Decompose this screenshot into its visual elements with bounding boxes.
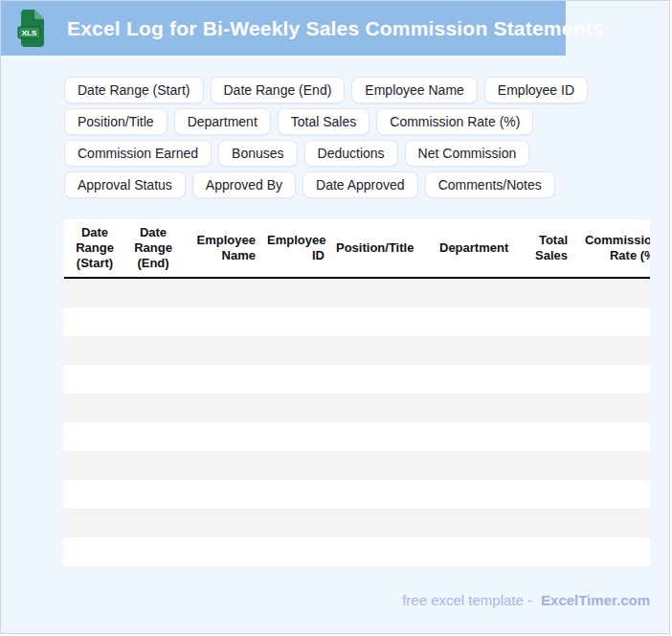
chip-approved-by[interactable]: Approved By (192, 171, 296, 198)
col-header-total-sales: Total Sales (526, 219, 573, 278)
chip-bonuses[interactable]: Bonuses (218, 140, 297, 167)
table-row (64, 422, 650, 451)
col-header-employee-name: Employee Name (181, 219, 261, 278)
table-row (64, 336, 650, 365)
table-row (64, 307, 650, 336)
col-header-date-range-start: Date Range (Start) (64, 219, 125, 278)
commission-table: Date Range (Start) Date Range (End) Empl… (64, 219, 650, 279)
field-chip-list: Date Range (Start) Date Range (End) Empl… (64, 77, 652, 198)
table-body (64, 279, 650, 566)
chip-commission-rate[interactable]: Commission Rate (%) (376, 108, 533, 135)
table-row (64, 480, 650, 509)
footer-brand-link[interactable]: ExcelTimer.com (541, 592, 650, 608)
col-header-commission-rate: Commission Rate (%) (573, 219, 650, 278)
xls-icon-label: XLS (22, 29, 37, 37)
chip-approval-status[interactable]: Approval Status (64, 171, 186, 198)
table-header: Date Range (Start) Date Range (End) Empl… (64, 219, 650, 278)
chip-commission-earned[interactable]: Commission Earned (64, 140, 212, 167)
col-header-department: Department (434, 219, 526, 278)
chip-department[interactable]: Department (174, 108, 271, 135)
footer-text: free excel template - (402, 592, 532, 608)
chip-total-sales[interactable]: Total Sales (278, 108, 370, 135)
footer: free excel template -ExcelTimer.com (64, 591, 650, 609)
col-header-employee-id: Employee ID (261, 219, 330, 278)
table-row (64, 394, 650, 422)
chip-position-title[interactable]: Position/Title (64, 108, 168, 135)
chip-employee-name[interactable]: Employee Name (351, 77, 478, 103)
table-row (64, 509, 650, 537)
chip-date-range-start[interactable]: Date Range (Start) (64, 77, 204, 103)
chip-date-range-end[interactable]: Date Range (End) (211, 77, 346, 103)
chip-net-commission[interactable]: Net Commission (405, 140, 530, 167)
col-header-position-title: Position/Title (330, 219, 434, 278)
chip-date-approved[interactable]: Date Approved (302, 171, 418, 198)
chip-employee-id[interactable]: Employee ID (484, 77, 588, 103)
title-banner: XLS Excel Log for Bi-Weekly Sales Commis… (1, 1, 566, 56)
chip-comments-notes[interactable]: Comments/Notes (425, 171, 555, 198)
page: XLS Excel Log for Bi-Weekly Sales Commis… (0, 0, 670, 634)
col-header-date-range-end: Date Range (End) (125, 219, 181, 278)
spreadsheet-preview: Date Range (Start) Date Range (End) Empl… (64, 219, 650, 566)
table-row (64, 365, 650, 394)
page-title: Excel Log for Bi-Weekly Sales Commission… (67, 17, 604, 40)
table-row (64, 537, 650, 566)
table-row (64, 451, 650, 480)
xls-file-icon: XLS (17, 9, 45, 48)
chip-deductions[interactable]: Deductions (304, 140, 398, 167)
table-row (64, 279, 650, 307)
